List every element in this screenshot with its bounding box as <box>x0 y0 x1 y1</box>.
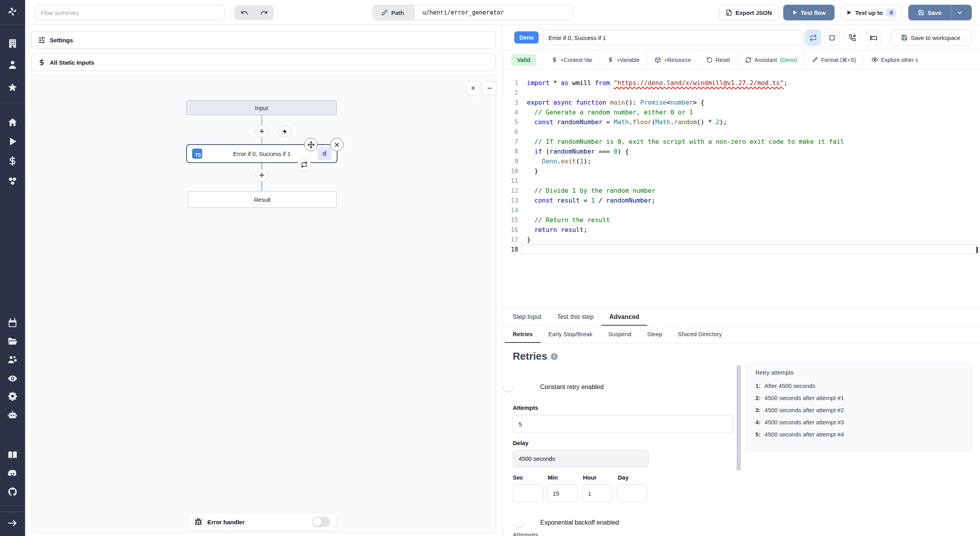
subtab-sleep[interactable]: Sleep <box>639 326 670 343</box>
delay-label: Delay <box>513 440 528 446</box>
flow-settings-button[interactable]: Settings <box>31 31 496 49</box>
code-editor[interactable]: 1import * as wmill from "https://deno.la… <box>503 70 980 309</box>
code-line[interactable]: 1import * as wmill from "https://deno.la… <box>503 78 980 88</box>
insert-step-button[interactable] <box>256 125 268 138</box>
test-up-to-step-badge[interactable]: d <box>886 8 897 17</box>
tab-advanced[interactable]: Advanced <box>601 309 647 326</box>
code-line[interactable]: 3export async function main(): Promise<n… <box>503 98 980 107</box>
rail-divider <box>0 512 25 512</box>
retries-toggle-button[interactable] <box>805 30 821 45</box>
add-context-var-button[interactable]: +Context Var <box>544 50 600 69</box>
suspend-phone-button[interactable] <box>844 30 860 45</box>
canvas-zoom-out-button[interactable]: − <box>483 81 497 95</box>
attempts-input[interactable] <box>513 415 734 433</box>
path-value[interactable]: u/henri/error_generator <box>415 5 512 20</box>
move-step-button[interactable] <box>304 138 318 151</box>
delete-step-button[interactable] <box>330 138 343 151</box>
user-icon[interactable] <box>7 59 18 71</box>
input-node[interactable]: Input <box>186 100 337 115</box>
assistant-button[interactable]: Assistant (Deno) <box>737 50 804 69</box>
rotate-ccw-icon <box>706 57 713 63</box>
info-icon[interactable]: i <box>551 353 558 360</box>
code-line[interactable]: 8 if (randomNumber === 0) { <box>503 147 980 156</box>
code-line[interactable]: 13 const result = 1 / randomNumber; <box>503 196 980 205</box>
github-icon[interactable] <box>7 486 18 498</box>
code-line[interactable]: 6 <box>503 127 980 137</box>
flow-canvas[interactable]: + − Input TS Error if 0, Success if 1 d <box>31 74 496 534</box>
all-static-inputs-button[interactable]: All Static Inputs <box>31 54 496 71</box>
code-line[interactable]: 5 const randomNumber = Math.floor(Math.r… <box>503 117 980 127</box>
expand-arrow-icon[interactable] <box>7 517 18 529</box>
audit-eye-icon[interactable] <box>7 373 18 384</box>
code-line[interactable]: 4 // Generate a random number, either 0 … <box>503 107 980 117</box>
export-json-button[interactable]: Export JSON <box>719 5 779 20</box>
code-line[interactable]: 12 // Divide 1 by the random number <box>503 186 980 196</box>
explore-button[interactable]: Explore other s <box>864 50 926 69</box>
undo-button[interactable] <box>236 6 252 19</box>
resources-boxes-icon[interactable] <box>7 175 18 187</box>
insert-step-button[interactable] <box>256 169 268 181</box>
favorites-star-icon[interactable] <box>7 81 18 93</box>
code-line[interactable]: 16 return result; <box>503 225 980 235</box>
workspace-building-icon[interactable] <box>7 38 18 49</box>
trigger-bolt-button[interactable] <box>278 125 291 138</box>
path-chip[interactable]: Path u/henri/error_generator <box>372 5 573 20</box>
error-handler-bar[interactable]: Error handler <box>188 513 337 531</box>
typescript-badge: TS <box>192 148 202 159</box>
reset-button[interactable]: Reset <box>699 50 738 69</box>
retry-attempts-list: 1:After 4500 seconds2:4500 seconds after… <box>755 380 962 440</box>
test-flow-button[interactable]: Test flow <box>783 5 835 20</box>
save-button[interactable]: Save <box>912 5 947 20</box>
runs-play-icon[interactable] <box>7 136 18 147</box>
sec-input[interactable] <box>512 484 543 502</box>
variables-dollar-icon[interactable] <box>7 155 18 167</box>
redo-button[interactable] <box>256 6 272 19</box>
format-button[interactable]: Format (⌘+S) <box>804 50 864 69</box>
code-line[interactable]: 9 Deno.exit(1); <box>503 156 980 166</box>
sleep-bed-button[interactable] <box>866 30 881 45</box>
rail-divider <box>0 103 25 103</box>
workers-bot-icon[interactable] <box>7 409 18 421</box>
save-to-workspace-button[interactable]: Save to workspace <box>890 29 971 46</box>
code-line[interactable]: 18 <box>503 244 980 254</box>
schedules-calendar-icon[interactable] <box>7 317 18 329</box>
tab-test-this-step[interactable]: Test this step <box>549 309 601 326</box>
add-variable-button[interactable]: +Variable <box>600 50 647 69</box>
flow-settings-label: Settings <box>50 37 73 43</box>
code-line[interactable]: 14 <box>503 205 980 215</box>
groups-users-settings-icon[interactable] <box>7 354 18 366</box>
hour-input[interactable] <box>582 484 612 502</box>
settings-gear-icon[interactable] <box>7 390 18 402</box>
discord-icon[interactable] <box>7 467 18 479</box>
code-line[interactable]: 15 // Return the result <box>503 215 980 225</box>
error-handler-toggle[interactable] <box>312 517 330 527</box>
windmill-logo-icon[interactable] <box>7 6 18 18</box>
subtab-shared-directory[interactable]: Shared Directory <box>670 326 730 343</box>
docs-book-icon[interactable] <box>7 449 18 461</box>
tab-step-input[interactable]: Step Input <box>505 309 549 326</box>
subtab-early-stop[interactable]: Early Stop/Break <box>541 326 601 343</box>
home-icon[interactable] <box>7 116 18 128</box>
result-node[interactable]: Result <box>188 191 337 208</box>
code-line[interactable]: 2 <box>503 88 980 98</box>
subtab-suspend[interactable]: Suspend <box>600 326 639 343</box>
early-stop-button[interactable] <box>824 30 840 45</box>
step-name-input[interactable] <box>543 30 804 45</box>
test-up-to-button[interactable]: Test up to d <box>841 5 902 20</box>
day-input[interactable] <box>617 484 647 502</box>
undo-redo-group <box>234 5 274 20</box>
add-resource-button[interactable]: +Resource <box>647 50 698 69</box>
code-line[interactable]: 17} <box>503 235 980 244</box>
retry-attempt-item: 5:4500 seconds after attempt #4 <box>755 428 962 440</box>
code-line[interactable]: 10 } <box>503 166 980 176</box>
folders-icon[interactable] <box>7 336 18 348</box>
code-line[interactable]: 7 // If randomNumber is 0, exit the scri… <box>503 137 980 147</box>
flow-summary-input[interactable] <box>35 5 225 20</box>
code-line[interactable]: 11 <box>503 176 980 186</box>
subtab-retries[interactable]: Retries <box>505 326 541 343</box>
retries-scrollbar[interactable] <box>737 365 741 471</box>
save-dropdown-button[interactable] <box>951 5 968 20</box>
min-input[interactable] <box>547 484 577 502</box>
canvas-zoom-in-button[interactable]: + <box>466 81 480 95</box>
step-retry-indicator[interactable] <box>298 158 311 171</box>
